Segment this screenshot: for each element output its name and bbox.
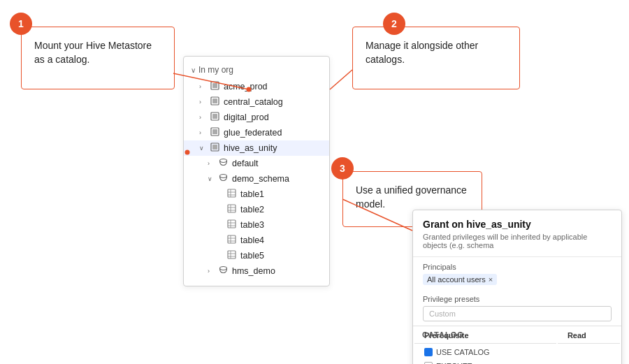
svg-rect-7 (212, 129, 217, 134)
tree-icon (210, 81, 219, 92)
svg-point-32 (220, 267, 227, 270)
catalog-tree-panel: ∨ In my org ›acme_prod›central_catalog›d… (183, 56, 330, 286)
tree-item-hms_demo[interactable]: ›hms_demo (184, 263, 329, 279)
svg-rect-24 (228, 235, 236, 243)
svg-rect-20 (228, 220, 236, 228)
svg-rect-3 (212, 99, 217, 103)
tree-arrow: › (199, 114, 208, 121)
svg-rect-12 (228, 189, 236, 197)
tree-item-acme_prod[interactable]: ›acme_prod (184, 79, 329, 94)
tree-item-table5[interactable]: table5 (184, 248, 329, 263)
tree-arrow: › (199, 99, 208, 105)
tree-label: hms_demo (232, 266, 275, 276)
col-read: Read (558, 328, 620, 344)
tree-label: acme_prod (224, 82, 268, 92)
privilege-input[interactable]: Custom (423, 306, 612, 321)
tree-label: table3 (240, 220, 264, 230)
prereq-checkbox[interactable] (424, 348, 433, 356)
principals-tag[interactable]: All account users × (423, 274, 497, 285)
tree-label: glue_federated (224, 128, 282, 138)
tree-arrow: ∨ (208, 175, 216, 182)
step-1-text: Mount your Hive Metastore as a catalog. (34, 38, 161, 67)
tree-arrow: ∨ (199, 145, 208, 152)
tree-header: ∨ In my org (184, 64, 329, 79)
prereq-label: USE CATALOG (436, 348, 490, 356)
tree-arrow: › (208, 160, 216, 167)
tree-label: table1 (240, 189, 264, 199)
tree-arrow: › (199, 129, 208, 136)
tree-item-table3[interactable]: table3 (184, 217, 329, 233)
grant-dialog-subtitle: Granted privileges will be inherited by … (413, 233, 621, 257)
principals-tag-text: All account users (427, 275, 486, 284)
principals-tag-remove[interactable]: × (489, 275, 493, 284)
tree-item-digital_prod[interactable]: ›digital_prod (184, 110, 329, 125)
step-1-box: Mount your Hive Metastore as a catalog. (21, 27, 175, 89)
tree-icon (227, 204, 236, 215)
tree-icon (219, 158, 228, 169)
step-3-label: 3 (340, 163, 345, 174)
step-3-text: Use a unified governance model. (356, 183, 469, 212)
tree-label: table2 (240, 205, 264, 214)
grant-dialog-title: Grant on hive_as_unity (413, 210, 621, 233)
tree-item-table1[interactable]: table1 (184, 187, 329, 202)
step-2-box: Manage it alongside other catalogs. (352, 27, 520, 89)
step-2-label: 2 (391, 18, 397, 29)
svg-rect-5 (212, 114, 217, 119)
step-1-label: 1 (18, 18, 24, 29)
svg-rect-16 (228, 205, 236, 212)
tree-icon (210, 127, 219, 138)
tree-item-hive_as_unity[interactable]: ∨hive_as_unity (184, 140, 329, 156)
tree-item-default[interactable]: ›default (184, 156, 329, 171)
tree-icon (227, 219, 236, 231)
svg-line-34 (330, 70, 352, 89)
catalog-label: CATALOG (422, 330, 464, 339)
tree-icon (210, 96, 219, 108)
step-3-circle: 3 (331, 157, 354, 180)
tree-icon (227, 250, 236, 261)
svg-point-10 (220, 159, 227, 163)
tree-icon (219, 265, 228, 277)
tree-label: central_catalog (224, 97, 283, 107)
tree-item-table4[interactable]: table4 (184, 233, 329, 248)
step-2-circle: 2 (383, 13, 405, 35)
tree-icon (227, 189, 236, 200)
tree-header-label: In my org (198, 65, 233, 75)
principals-label: Principals (423, 263, 612, 271)
svg-point-11 (220, 175, 227, 178)
tree-item-demo_schema[interactable]: ∨demo_schema (184, 171, 329, 187)
grant-dialog: Grant on hive_as_unity Granted privilege… (412, 210, 622, 364)
tree-label: table4 (240, 235, 264, 245)
read-cell: EXECUTE (414, 359, 556, 364)
privilege-label: Privilege presets (423, 295, 612, 303)
tree-icon (210, 112, 219, 123)
step-2-text: Manage it alongside other catalogs. (366, 38, 507, 67)
tree-label: demo_schema (232, 174, 289, 184)
svg-rect-9 (212, 145, 217, 150)
prereq-cell: USE CATALOG (414, 345, 556, 359)
principals-section: Principals All account users × (413, 257, 621, 289)
grant-table-row: USE CATALOGEXECUTE (414, 345, 620, 364)
tree-icon (210, 143, 219, 154)
privilege-section: Privilege presets Custom (413, 289, 621, 326)
svg-rect-28 (228, 251, 236, 259)
tree-label: digital_prod (224, 112, 269, 122)
tree-item-central_catalog[interactable]: ›central_catalog (184, 94, 329, 110)
tree-arrow: › (208, 268, 216, 275)
tree-item-glue_federated[interactable]: ›glue_federated (184, 125, 329, 140)
tree-item-table2[interactable]: table2 (184, 202, 329, 217)
tree-label: table5 (240, 251, 264, 261)
step-1-circle: 1 (10, 13, 32, 35)
tree-icon (219, 173, 228, 184)
tree-label: hive_as_unity (224, 143, 277, 153)
svg-rect-1 (212, 83, 217, 88)
tree-arrow: › (199, 83, 208, 90)
tree-icon (227, 235, 236, 246)
tree-label: default (232, 159, 259, 168)
